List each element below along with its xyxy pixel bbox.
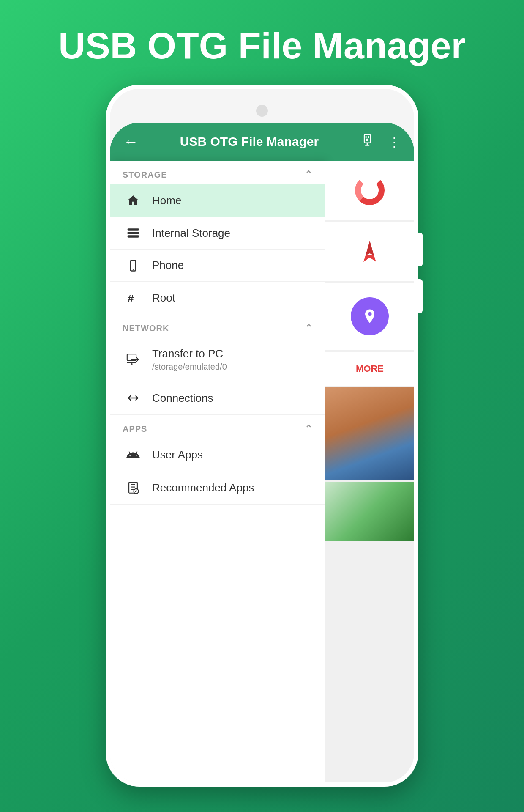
network-section-header: NETWORK ⌃ <box>110 314 325 338</box>
home-icon <box>123 194 144 207</box>
transfer-to-pc-label: Transfer to PC <box>152 347 227 360</box>
app-toolbar: ← USB OTG File Manager ⋮ <box>110 123 414 161</box>
sidebar-item-transfer-to-pc[interactable]: Transfer to PC /storage/emulated/0 <box>110 338 325 381</box>
apps-section-header: APPS ⌃ <box>110 415 325 439</box>
svg-rect-6 <box>128 228 139 230</box>
svg-text:#: # <box>128 292 134 304</box>
phone-icon <box>123 259 144 272</box>
transfer-icon <box>123 352 144 367</box>
sidebar-item-root[interactable]: # Root <box>110 282 325 314</box>
svg-point-10 <box>133 269 134 270</box>
svg-rect-5 <box>365 144 369 145</box>
storage-section-label: STORAGE <box>123 170 167 180</box>
sidebar-item-home[interactable]: Home <box>110 184 325 217</box>
svg-rect-3 <box>366 138 368 141</box>
purple-circle <box>351 297 389 335</box>
recommended-apps-icon <box>123 480 144 495</box>
connections-label: Connections <box>152 392 213 405</box>
app-screen: ← USB OTG File Manager ⋮ STORAGE ⌃ <box>110 123 414 782</box>
peek-photo2 <box>325 482 414 541</box>
volume-up-button <box>415 233 423 266</box>
svg-rect-1 <box>366 136 367 138</box>
page-title: USB OTG File Manager <box>0 0 524 83</box>
phone-label: Phone <box>152 259 184 272</box>
sidebar-item-connections[interactable]: Connections <box>110 381 325 415</box>
svg-rect-2 <box>368 136 369 138</box>
network-section-label: NETWORK <box>123 324 169 333</box>
sidebar-item-recommended-apps[interactable]: Recommended Apps <box>110 471 325 505</box>
peek-photo1 <box>325 387 414 480</box>
svg-rect-8 <box>128 235 139 237</box>
storage-chevron-icon: ⌃ <box>305 169 313 180</box>
internal-storage-label: Internal Storage <box>152 227 230 240</box>
peek-more-item: MORE <box>325 352 414 386</box>
toolbar-title: USB OTG File Manager <box>149 134 350 149</box>
user-apps-label: User Apps <box>152 448 203 461</box>
internal-storage-icon <box>123 226 144 240</box>
content-peek: MORE <box>325 161 414 782</box>
sidebar-item-internal-storage[interactable]: Internal Storage <box>110 217 325 250</box>
network-chevron-icon: ⌃ <box>305 323 313 334</box>
sidebar-item-user-apps[interactable]: User Apps <box>110 439 325 471</box>
root-label: Root <box>152 291 175 304</box>
more-options-button[interactable]: ⋮ <box>385 131 404 153</box>
transfer-to-pc-sublabel: /storage/emulated/0 <box>152 362 227 372</box>
recommended-apps-label: Recommended Apps <box>152 481 254 494</box>
storage-section-header: STORAGE ⌃ <box>110 161 325 184</box>
root-icon: # <box>123 291 144 304</box>
back-button[interactable]: ← <box>120 129 142 154</box>
connections-icon <box>123 391 144 405</box>
more-text: MORE <box>356 363 384 374</box>
phone-speaker <box>256 105 268 117</box>
home-label: Home <box>152 194 181 207</box>
peek-chart-item <box>325 161 414 220</box>
svg-rect-7 <box>128 232 139 234</box>
peek-purple-item <box>325 283 414 350</box>
apps-chevron-icon: ⌃ <box>305 423 313 434</box>
android-icon <box>123 448 144 461</box>
svg-point-20 <box>363 184 377 197</box>
sidebar-item-phone[interactable]: Phone <box>110 250 325 282</box>
peek-rocket-item <box>325 222 414 281</box>
phone-mockup: ← USB OTG File Manager ⋮ STORAGE ⌃ <box>106 85 418 787</box>
apps-section-label: APPS <box>123 424 147 434</box>
navigation-drawer: STORAGE ⌃ Home <box>110 161 325 782</box>
usb-icon[interactable] <box>357 130 378 154</box>
volume-down-button <box>415 279 423 313</box>
